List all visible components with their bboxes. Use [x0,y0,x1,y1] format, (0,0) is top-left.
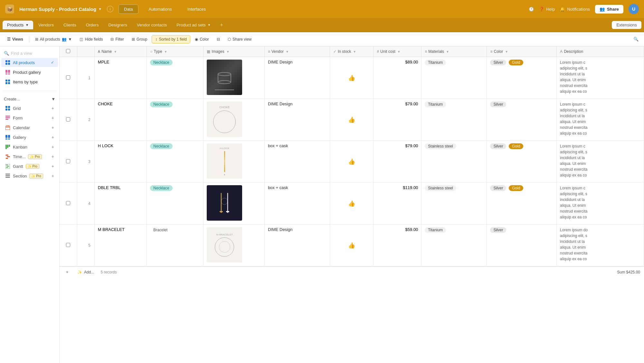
interfaces-btn[interactable]: Interfaces [182,5,211,14]
row-1-image[interactable] [204,57,265,99]
row-4-materials[interactable]: Stainless steel [421,183,487,224]
history-btn[interactable]: 🕐 [529,7,534,12]
row-4-name[interactable]: DBLE TRBL [94,183,147,224]
hide-fields-btn[interactable]: ◫ Hide fields [76,35,106,43]
row-2-color[interactable]: Silver [487,99,557,141]
add-timeline-btn[interactable]: + [52,154,54,159]
tab-clients[interactable]: Clients [59,21,81,29]
row-5-materials[interactable]: Titanium [421,224,487,266]
tab-vendor-contacts[interactable]: Vendor contacts [132,21,171,29]
row-4-image[interactable] [204,183,265,224]
view-type-timeline[interactable]: Time... ✨ Pro + [1,152,58,161]
col-header-images[interactable]: ▦ Images ▼ [204,46,265,57]
add-calendar-btn[interactable]: + [52,125,54,130]
row-2-check[interactable] [60,99,77,141]
row-2-materials[interactable]: Titanium [421,99,487,141]
pro-badge-timeline: ✨ Pro [28,154,42,159]
tab-products[interactable]: Products ▼ [3,21,33,29]
tab-designers[interactable]: Designers [104,21,132,29]
row-3-check[interactable] [60,141,77,183]
col-header-unitcost[interactable]: # Unit cost ▼ [374,46,421,57]
col-header-type[interactable]: ○ Type ▼ [147,46,204,57]
add-row-btn[interactable]: + [63,269,71,276]
color-sort-icon: ▼ [505,50,508,53]
add-gantt-btn[interactable]: + [52,164,54,169]
info-icon[interactable]: i [107,6,113,12]
add-field-btn[interactable]: ✨ Add... [75,269,97,276]
filter-btn[interactable]: ⊟ Filter [107,35,127,43]
row-5-image[interactable]: M BRACELET [204,224,265,266]
share-btn[interactable]: 👥 Share [595,5,623,14]
sorted-btn[interactable]: ↕ Sorted by 1 field [152,35,190,43]
col-header-name[interactable]: A Name ▼ [94,46,147,57]
sidebar-item-product-gallery[interactable]: Product gallery [1,68,58,77]
col-header-color[interactable]: ≡ Color ▼ [487,46,557,57]
row-1-type[interactable]: Necklace [147,57,204,99]
product-image: CHOKE [207,101,242,137]
help-btn[interactable]: ❓ Help [539,7,555,12]
row-1-vendor: DIME Design [264,57,330,99]
view-type-form[interactable]: Form + [1,113,58,122]
automations-btn[interactable]: Automations [144,5,177,14]
views-btn[interactable]: ☰ Views [4,35,26,43]
data-tab-btn[interactable]: Data [118,5,138,14]
add-section-btn[interactable]: + [52,173,54,178]
extensions-btn[interactable]: Extensions [612,21,641,29]
row-1-name[interactable]: MPLE [94,57,147,99]
row-5-instock: 👍 [330,224,374,266]
view-type-kanban[interactable]: Kanban + [1,142,58,151]
view-type-calendar[interactable]: Calendar + [1,123,58,132]
sidebar-search[interactable]: 🔍 Find a view [0,49,59,58]
add-grid-btn[interactable]: + [52,106,54,111]
share-view-btn[interactable]: ⬡ Share view [224,35,255,43]
row-5-type[interactable]: Bracelet [147,224,204,266]
row-height-btn[interactable]: ⊟ [213,35,223,43]
col-header-instock[interactable]: ✓ In stock ▼ [330,46,374,57]
col-header-description[interactable]: A Description [557,46,644,57]
row-5-check[interactable] [60,224,77,266]
products-table: A Name ▼ ○ Type ▼ ▦ [60,46,644,266]
row-1-check[interactable] [60,57,77,99]
col-header-materials[interactable]: ≡ Materials ▼ [421,46,487,57]
row-2-type[interactable]: Necklace [147,99,204,141]
col-header-vendor[interactable]: ≡ Vendor ▼ [264,46,330,57]
row-4-type[interactable]: Necklace [147,183,204,224]
search-icon[interactable]: 🔍 [632,35,640,43]
row-4-color[interactable]: Silver Gold [487,183,557,224]
add-kanban-btn[interactable]: + [52,144,54,149]
tab-orders-label: Orders [86,23,99,27]
group-btn[interactable]: ⊞ Group [128,35,150,43]
sidebar-item-all-products[interactable]: All products ✓ [1,58,58,67]
select-all-checkbox[interactable] [66,49,70,53]
color-btn[interactable]: ◉ Color [192,35,212,43]
all-products-btn[interactable]: ⊞ All products 👥 ▼ [32,35,75,43]
notifications-btn[interactable]: 🔔 Notifications [560,7,590,12]
view-type-grid[interactable]: Grid + [1,104,58,113]
row-4-check[interactable] [60,183,77,224]
tab-orders[interactable]: Orders [81,21,103,29]
row-3-image[interactable]: H-LOCK ▲ [204,141,265,183]
col-header-check[interactable] [60,46,77,57]
row-2-name[interactable]: CHOKE [94,99,147,141]
view-type-gallery[interactable]: Gallery + [1,133,58,142]
tabs-more-btn[interactable]: ＋ [216,20,227,30]
row-2-image[interactable]: CHOKE [204,99,265,141]
row-3-materials[interactable]: Stainless steel [421,141,487,183]
avatar[interactable]: U [629,4,639,14]
row-1-color[interactable]: Silver Gold [487,57,557,99]
view-type-section[interactable]: Section ✨ Pro + [1,171,58,180]
add-gallery-btn[interactable]: + [52,135,54,140]
sidebar-item-items-by-type-label: Items by type [13,80,38,84]
create-section[interactable]: Create... ▼ [0,95,59,103]
tab-product-ad-sets[interactable]: Product ad sets ▼ [172,21,215,29]
row-3-name[interactable]: H LOCK [94,141,147,183]
row-1-materials[interactable]: Titanium [421,57,487,99]
add-form-btn[interactable]: + [52,115,54,120]
sidebar-item-items-by-type[interactable]: Items by type [1,77,58,86]
row-3-type[interactable]: Necklace [147,141,204,183]
view-type-gantt[interactable]: Gantt ✨ Pro + [1,162,58,171]
row-5-color[interactable]: Silver [487,224,557,266]
row-5-name[interactable]: M BRACELET [94,224,147,266]
row-3-color[interactable]: Silver Gold [487,141,557,183]
tab-vendors[interactable]: Vendors [34,21,58,29]
